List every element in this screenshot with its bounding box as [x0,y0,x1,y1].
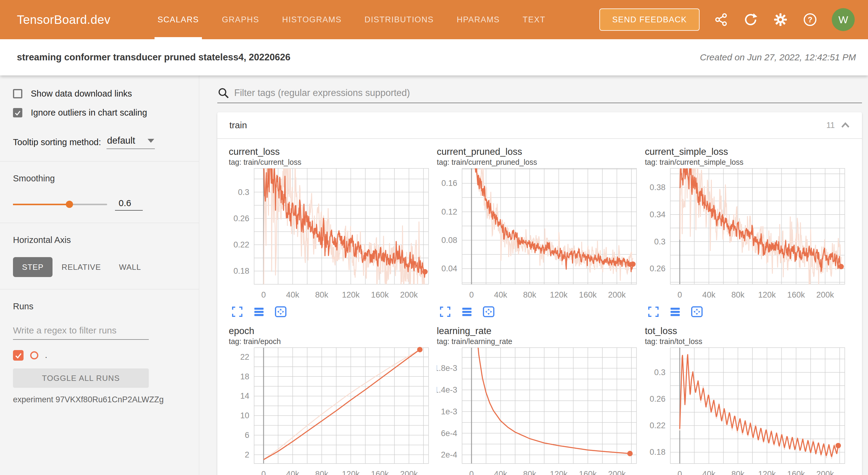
scalar-chart-plot[interactable]: 2610141822040k80k120k160k200k [229,346,432,475]
svg-text:0: 0 [677,290,682,299]
experiment-title: streaming conformer transducer pruned st… [17,52,290,63]
scalar-chart-plot[interactable]: 0.260.30.340.38040k80k120k160k200k [645,166,848,303]
svg-text:0: 0 [469,470,474,475]
run-list-item[interactable]: . [13,350,184,360]
svg-text:0.18: 0.18 [233,266,249,276]
svg-text:120k: 120k [342,470,360,475]
scalar-chart-card: learning_rate tag: train/learning_rate 2… [437,325,640,475]
smoothing-value-field[interactable]: 0.6 [115,198,143,211]
avatar[interactable]: W [832,8,855,31]
expand-icon[interactable] [647,306,660,319]
svg-text:0: 0 [261,470,266,475]
smoothing-slider-thumb[interactable] [66,201,73,208]
svg-text:0.3: 0.3 [654,368,665,377]
show-download-links-checkbox[interactable]: Show data download links [13,89,184,99]
horizontal-axis-buttons: STEPRELATIVEWALL [13,257,184,277]
svg-text:0.34: 0.34 [650,210,665,219]
svg-text:?: ? [808,15,812,24]
share-icon[interactable] [713,12,729,28]
refresh-icon[interactable] [743,12,759,28]
axis-button-relative[interactable]: RELATIVE [53,257,110,277]
svg-text:200k: 200k [400,470,418,475]
chart-tag: tag: train/tot_loss [645,337,848,346]
settings-icon[interactable] [773,12,788,28]
send-feedback-button[interactable]: SEND FEEDBACK [599,8,700,31]
tooltip-sorting-value: default [107,135,135,146]
svg-text:0.3: 0.3 [654,237,665,246]
chart-toolbar [647,306,848,319]
tab-scalars[interactable]: SCALARS [156,0,201,39]
runs-selector-icon[interactable] [252,306,266,319]
tab-text[interactable]: TEXT [521,0,547,39]
nav-tabs: SCALARSGRAPHSHISTOGRAMSDISTRIBUTIONSHPAR… [146,0,557,39]
chart-tag: tag: train/current_loss [229,158,432,166]
expand-icon[interactable] [230,306,244,319]
tooltip-sorting-select[interactable]: default [106,135,155,149]
svg-text:0.26: 0.26 [233,214,249,223]
svg-text:120k: 120k [758,470,776,475]
tab-hparams[interactable]: HPARAMS [455,0,502,39]
run-color-swatch [30,351,38,359]
scalar-chart-plot[interactable]: 0.180.220.260.3040k80k120k160k200k [229,166,432,303]
svg-text:160k: 160k [787,470,805,475]
help-icon[interactable]: ? [802,12,818,28]
svg-text:120k: 120k [758,290,776,299]
svg-text:120k: 120k [550,290,568,299]
svg-text:0: 0 [469,290,474,299]
train-section-header[interactable]: train 11 [217,112,862,139]
section-chart-count: 11 [826,121,835,130]
scalar-chart-plot[interactable]: 2e-46e-41e-31.4e-31.8e-3040k80k120k160k2… [437,346,640,475]
svg-text:160k: 160k [787,290,805,299]
tab-graphs[interactable]: GRAPHS [220,0,261,39]
experiment-id: experiment 97VKXf80Ru61CnP2ALWZZg [13,395,184,404]
axis-button-step[interactable]: STEP [13,257,53,277]
svg-text:0: 0 [677,470,682,475]
charts-grid: current_loss tag: train/current_loss 0.1… [217,139,862,475]
chart-tag: tag: train/epoch [229,337,432,346]
smoothing-slider[interactable] [13,204,107,205]
svg-text:80k: 80k [731,290,745,299]
svg-text:160k: 160k [371,470,389,475]
chart-tag: tag: train/current_pruned_loss [437,158,640,166]
tab-distributions[interactable]: DISTRIBUTIONS [363,0,435,39]
runs-selector-icon[interactable] [460,306,473,319]
tab-histograms[interactable]: HISTOGRAMS [280,0,343,39]
chart-title: tot_loss [645,325,848,337]
svg-text:0.26: 0.26 [650,264,665,273]
smoothing-slider-fill [13,204,69,205]
fit-domain-icon[interactable] [482,306,495,319]
ignore-outliers-checkbox[interactable]: Ignore outliers in chart scaling [13,108,184,118]
scalar-chart-plot[interactable]: 0.040.080.120.16040k80k120k160k200k [437,166,640,303]
dashboard-main: train 11 current_loss tag: train/current… [199,75,868,475]
svg-text:6: 6 [245,431,249,440]
svg-text:200k: 200k [608,470,626,475]
svg-text:22: 22 [240,352,249,361]
run-checkbox-checked-icon[interactable] [13,350,24,360]
svg-text:0.22: 0.22 [233,240,249,249]
chart-tag: tag: train/learning_rate [437,337,640,346]
scalar-chart-card: current_loss tag: train/current_loss 0.1… [229,146,432,319]
axis-button-wall[interactable]: WALL [110,257,150,277]
checkbox-label: Show data download links [31,89,132,99]
tag-filter-input[interactable] [234,88,862,98]
runs-selector-icon[interactable] [669,306,682,319]
svg-text:0.22: 0.22 [650,421,665,430]
expand-icon[interactable] [438,306,452,319]
chart-title: current_loss [229,146,432,158]
svg-text:0.12: 0.12 [441,207,458,216]
chart-title: current_simple_loss [645,146,848,158]
svg-text:40k: 40k [286,290,300,299]
runs-filter-input[interactable] [13,325,149,340]
tag-filter-row [217,87,862,103]
svg-text:200k: 200k [816,290,834,299]
svg-text:120k: 120k [342,290,360,299]
svg-text:0.38: 0.38 [650,183,665,192]
fit-domain-icon[interactable] [274,306,287,319]
runs-label: Runs [13,302,184,311]
fit-domain-icon[interactable] [690,306,704,319]
svg-text:80k: 80k [523,470,537,475]
section-title: train [229,120,247,130]
scalar-chart-plot[interactable]: 0.180.220.260.3040k80k120k160k200k [645,346,848,475]
app-title: TensorBoard.dev [17,13,111,27]
toggle-all-runs-button[interactable]: TOGGLE ALL RUNS [13,369,149,388]
